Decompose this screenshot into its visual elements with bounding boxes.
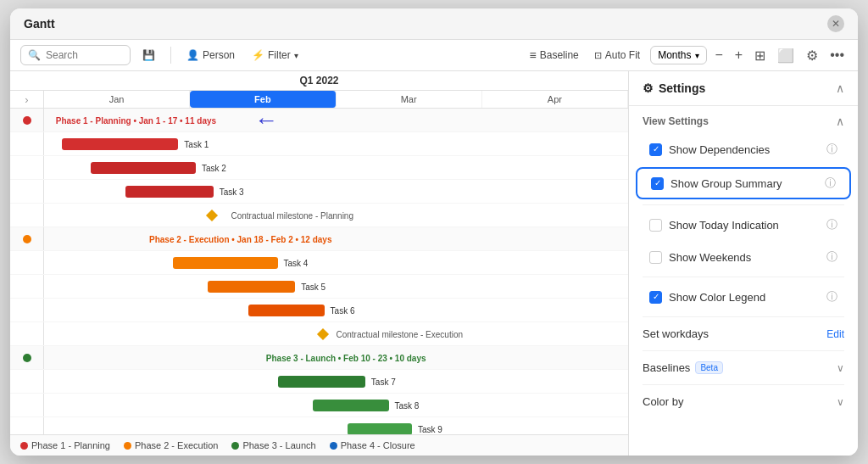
- task7-row: Task 7: [10, 370, 628, 394]
- grid-view-button[interactable]: ⊞: [751, 46, 769, 65]
- milestone2-side: [10, 322, 44, 345]
- task7-bar: [278, 376, 365, 388]
- settings-panel: ⚙ Settings ∧ View Settings ∧ Show Depend…: [629, 71, 858, 456]
- show-dependencies-left: Show Dependencies: [649, 143, 770, 156]
- task1-side: [10, 132, 44, 155]
- task5-bar-area: Task 5: [44, 275, 628, 298]
- auto-fit-button[interactable]: ⊡ Auto Fit: [589, 46, 645, 64]
- months-selector[interactable]: Months ▾: [650, 46, 706, 64]
- task7-side: [10, 370, 44, 393]
- show-dependencies-info-icon[interactable]: ⓘ: [826, 142, 837, 157]
- set-workdays-row: Set workdays Edit: [629, 321, 858, 347]
- legend-phase1: Phase 1 - Planning: [20, 440, 110, 450]
- phase1-dot: [23, 116, 31, 125]
- show-color-legend-info-icon[interactable]: ⓘ: [826, 289, 837, 305]
- show-color-legend-label: Show Color Legend: [669, 291, 765, 304]
- phase1-label: Phase 1 - Planning • Jan 1 - 17 • 11 day…: [56, 115, 216, 125]
- task9-label: Task 9: [418, 424, 442, 433]
- show-weekends-checkbox[interactable]: [649, 251, 662, 264]
- task6-side: [10, 299, 44, 321]
- show-dependencies-label: Show Dependencies: [669, 143, 770, 156]
- view-settings-collapse-icon[interactable]: ∧: [836, 115, 844, 128]
- show-dependencies-checkbox[interactable]: [649, 143, 662, 156]
- search-input[interactable]: [46, 49, 118, 61]
- task1-label: Task 1: [184, 139, 209, 148]
- edit-workdays-link[interactable]: Edit: [826, 328, 844, 340]
- gantt-window: Gantt ✕ 🔍 💾 👤 Person ⚡ Filter ▾ ≡ Baseli…: [10, 8, 858, 456]
- show-group-summary-left: Show Group Summary: [651, 177, 782, 190]
- settings-show-color-legend[interactable]: Show Color Legend ⓘ: [636, 282, 851, 311]
- task7-label: Task 7: [371, 377, 396, 386]
- phase3-label: Phase 3 - Launch • Feb 10 - 23 • 10 days: [266, 353, 426, 362]
- divider-4: [643, 350, 844, 351]
- task4-bar: [173, 257, 278, 269]
- show-color-legend-left: Show Color Legend: [649, 291, 765, 304]
- color-by-row[interactable]: Color by ∨: [629, 389, 858, 415]
- zoom-out-button[interactable]: −: [712, 46, 726, 64]
- collapse-icon: ›: [25, 93, 28, 106]
- show-today-checkbox[interactable]: [649, 219, 662, 232]
- filter-label: Filter: [268, 49, 291, 61]
- person-button[interactable]: 👤 Person: [181, 46, 240, 64]
- settings-title-label: Settings: [659, 81, 705, 95]
- milestone2-diamond: [317, 327, 329, 339]
- color-by-chevron-icon: ∨: [837, 396, 844, 408]
- split-view-button[interactable]: ⬜: [774, 46, 798, 65]
- task1-row: Task 1: [10, 132, 628, 156]
- phase1-side: [10, 109, 44, 131]
- quarter-label: Q1 2022: [299, 75, 338, 87]
- settings-show-group-summary[interactable]: Show Group Summary ⓘ: [636, 167, 851, 199]
- filter-button[interactable]: ⚡ Filter ▾: [247, 46, 303, 64]
- milestone2-label: Contractual milestone - Execution: [337, 329, 464, 338]
- task9-bar-area: Task 9: [44, 417, 628, 434]
- milestone2-bar-area: Contractual milestone - Execution: [44, 322, 628, 345]
- window-title: Gantt: [24, 17, 55, 31]
- baselines-chevron-icon: ∨: [837, 362, 844, 374]
- zoom-in-button[interactable]: +: [732, 46, 746, 64]
- task3-row: Task 3: [10, 180, 628, 204]
- person-label: Person: [203, 49, 235, 61]
- phase3-row: Phase 3 - Launch • Feb 10 - 23 • 10 days: [10, 346, 628, 370]
- month-feb: Feb: [190, 91, 336, 108]
- legend-phase2: Phase 2 - Execution: [124, 440, 218, 450]
- divider-5: [643, 384, 844, 385]
- settings-header: ⚙ Settings ∧: [629, 71, 858, 106]
- phase1-bar-area: Phase 1 - Planning • Jan 1 - 17 • 11 day…: [44, 109, 628, 131]
- milestone2-row: Contractual milestone - Execution: [10, 322, 628, 346]
- settings-show-weekends[interactable]: Show Weekends ⓘ: [636, 243, 851, 271]
- settings-show-today[interactable]: Show Today Indication ⓘ: [636, 210, 851, 239]
- task6-bar: [248, 305, 325, 316]
- baseline-button[interactable]: ≡ Baseline: [525, 45, 584, 65]
- close-button[interactable]: ✕: [827, 15, 844, 32]
- months-chevron-icon: ▾: [695, 51, 699, 60]
- month-header: › Jan Feb Mar Apr: [10, 91, 628, 109]
- milestone1-diamond: [206, 209, 218, 221]
- show-group-summary-checkbox[interactable]: [651, 177, 664, 190]
- show-today-info-icon[interactable]: ⓘ: [826, 217, 837, 232]
- show-today-left: Show Today Indication: [649, 219, 779, 232]
- settings-collapse-icon[interactable]: ∧: [836, 81, 844, 95]
- task8-side: [10, 394, 44, 416]
- more-button[interactable]: •••: [826, 46, 848, 64]
- baselines-row[interactable]: Baselines Beta ∨: [629, 355, 858, 381]
- filter-icon: ⚡: [252, 49, 264, 61]
- show-group-summary-info-icon[interactable]: ⓘ: [825, 176, 836, 191]
- show-weekends-info-icon[interactable]: ⓘ: [826, 249, 837, 265]
- settings-button[interactable]: ⚙: [803, 46, 821, 65]
- collapse-column[interactable]: ›: [10, 91, 44, 108]
- task1-bar: [62, 138, 179, 150]
- task5-bar: [208, 281, 295, 293]
- save-view-button[interactable]: 💾: [137, 46, 160, 64]
- task9-bar: [348, 423, 412, 435]
- phase2-bar-area: Phase 2 - Execution • Jan 18 - Feb 2 • 1…: [44, 227, 628, 250]
- show-color-legend-checkbox[interactable]: [649, 291, 662, 304]
- show-weekends-label: Show Weekends: [669, 251, 751, 264]
- settings-show-dependencies[interactable]: Show Dependencies ⓘ: [636, 135, 851, 164]
- phase3-side: [10, 346, 44, 369]
- divider-2: [643, 277, 844, 277]
- task2-bar-area: Task 2: [44, 156, 628, 179]
- month-mar: Mar: [337, 91, 482, 108]
- search-box[interactable]: 🔍: [20, 45, 131, 65]
- quarter-header: Q1 2022: [10, 71, 628, 91]
- gantt-content: Phase 1 - Planning • Jan 1 - 17 • 11 day…: [10, 109, 628, 434]
